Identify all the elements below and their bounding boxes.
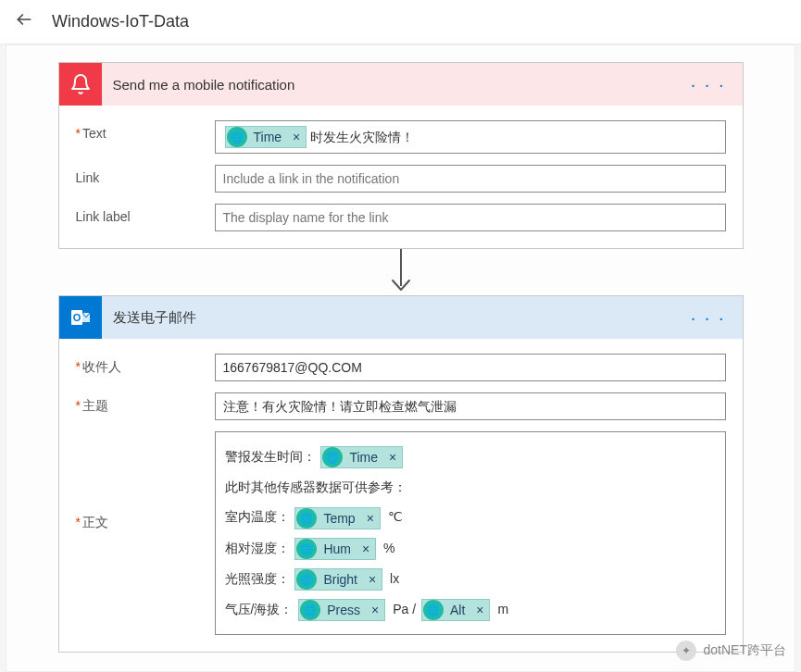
- field-to: *收件人 1667679817@QQ.COM: [76, 354, 726, 381]
- globe-icon: 🌐: [300, 600, 320, 620]
- notification-card: Send me a mobile notification · · · *Tex…: [58, 62, 744, 249]
- field-body: *正文 警报发生时间： 🌐Time× 此时其他传感器数据可供参考： 室内温度： …: [76, 431, 726, 635]
- body-line-note: 此时其他传感器数据可供参考：: [225, 474, 716, 500]
- outlook-icon: O: [59, 296, 102, 339]
- header-bar: Windows-IoT-Data: [0, 0, 801, 44]
- field-body-input[interactable]: 警报发生时间： 🌐Time× 此时其他传感器数据可供参考： 室内温度： 🌐Tem…: [215, 431, 726, 635]
- field-text: *Text 🌐 Time × 时发生火灾险情！: [76, 120, 726, 154]
- close-icon[interactable]: ×: [361, 505, 380, 531]
- field-linklabel: Link label The display name for the link: [76, 204, 726, 231]
- field-link-label: Link: [76, 165, 215, 185]
- field-text-suffix: 时发生火灾险情！: [310, 127, 414, 147]
- email-card-header[interactable]: O 发送电子邮件 · · ·: [59, 296, 743, 339]
- page-body: Send me a mobile notification · · · *Tex…: [6, 44, 795, 672]
- notification-card-header[interactable]: Send me a mobile notification · · ·: [59, 63, 743, 106]
- token-time[interactable]: 🌐 Time ×: [225, 126, 307, 148]
- field-text-input[interactable]: 🌐 Time × 时发生火灾险情！: [215, 120, 726, 154]
- close-icon[interactable]: ×: [287, 127, 306, 147]
- globe-icon: 🌐: [296, 539, 317, 559]
- notification-card-body: *Text 🌐 Time × 时发生火灾险情！ Link Include a l…: [59, 106, 743, 248]
- globe-icon: 🌐: [227, 127, 247, 147]
- close-icon[interactable]: ×: [383, 444, 402, 470]
- close-icon[interactable]: ×: [357, 536, 375, 562]
- body-line-press: 气压/海拔： 🌐Press× Pa / 🌐Alt× m: [225, 596, 716, 623]
- token-alt[interactable]: 🌐Alt×: [421, 599, 491, 621]
- field-to-label: *收件人: [76, 354, 215, 376]
- watermark: ✦ dotNET跨平台: [676, 641, 786, 661]
- field-text-label: *Text: [76, 120, 215, 141]
- svg-text:O: O: [72, 312, 81, 323]
- close-icon[interactable]: ×: [470, 597, 489, 623]
- token-press[interactable]: 🌐Press×: [298, 599, 385, 621]
- email-card-menu[interactable]: · · ·: [683, 307, 733, 329]
- connector-arrow: [58, 249, 744, 295]
- email-card-body: *收件人 1667679817@QQ.COM *主题 注意！有火灾险情！请立即检…: [59, 339, 743, 652]
- field-subject-input[interactable]: 注意！有火灾险情！请立即检查燃气泄漏: [215, 392, 726, 420]
- notification-card-menu[interactable]: · · ·: [683, 74, 733, 95]
- token-hum[interactable]: 🌐Hum×: [294, 538, 376, 560]
- globe-icon: 🌐: [322, 447, 343, 467]
- notification-card-title: Send me a mobile notification: [102, 77, 683, 93]
- back-icon[interactable]: [15, 10, 33, 33]
- body-line-temp: 室内温度： 🌐Temp× ℃: [225, 504, 716, 530]
- close-icon[interactable]: ×: [363, 566, 382, 592]
- field-subject: *主题 注意！有火灾险情！请立即检查燃气泄漏: [76, 392, 726, 420]
- body-line-time: 警报发生时间： 🌐Time×: [225, 443, 716, 470]
- page-title: Windows-IoT-Data: [52, 12, 189, 31]
- field-to-input[interactable]: 1667679817@QQ.COM: [215, 354, 726, 381]
- close-icon[interactable]: ×: [366, 597, 384, 623]
- field-link: Link Include a link in the notification: [76, 165, 726, 193]
- token-time[interactable]: 🌐Time×: [320, 446, 403, 468]
- field-linklabel-input[interactable]: The display name for the link: [215, 204, 726, 231]
- email-card: O 发送电子邮件 · · · *收件人 1667679817@QQ.COM *主…: [58, 295, 744, 653]
- field-linklabel-label: Link label: [76, 204, 215, 224]
- token-bright[interactable]: 🌐Bright×: [294, 568, 382, 591]
- email-card-title: 发送电子邮件: [102, 309, 683, 327]
- token-temp[interactable]: 🌐Temp×: [294, 507, 380, 529]
- globe-icon: 🌐: [423, 600, 444, 620]
- field-link-input[interactable]: Include a link in the notification: [215, 165, 726, 193]
- field-body-label: *正文: [76, 431, 215, 531]
- globe-icon: 🌐: [296, 508, 317, 529]
- field-subject-label: *主题: [76, 392, 215, 415]
- body-line-bright: 光照强度： 🌐Bright× lx: [225, 566, 716, 592]
- globe-icon: 🌐: [296, 569, 317, 590]
- wechat-icon: ✦: [676, 641, 696, 661]
- watermark-text: dotNET跨平台: [704, 642, 786, 659]
- body-line-hum: 相对湿度： 🌐Hum× %: [225, 535, 716, 562]
- bell-icon: [59, 63, 102, 106]
